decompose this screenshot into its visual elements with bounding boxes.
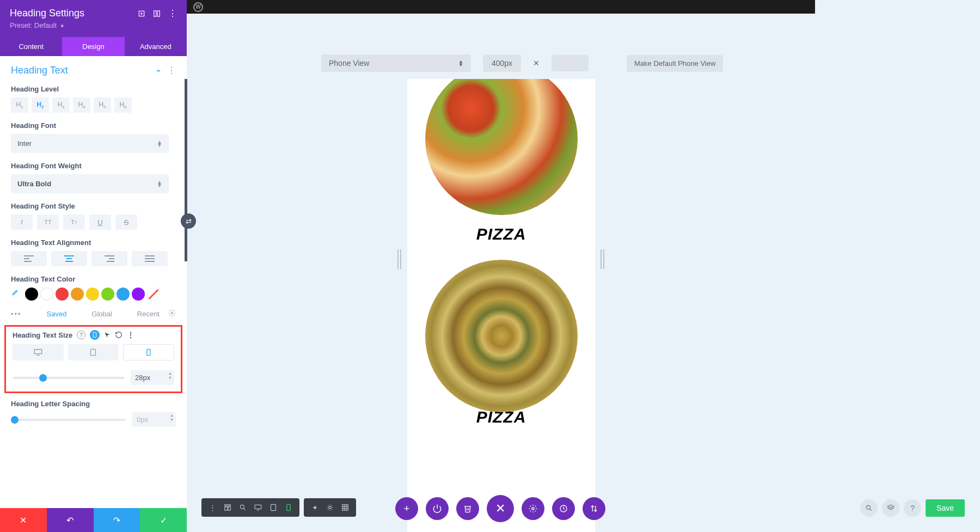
builder-circle-toolbar: + ✕ xyxy=(395,495,605,522)
heading-font-label: Heading Font xyxy=(11,121,176,130)
search-button[interactable] xyxy=(860,499,878,517)
toolbar-grid[interactable] xyxy=(338,502,353,513)
heading-level-h5[interactable]: H5 xyxy=(94,97,111,113)
width-input[interactable]: 400px xyxy=(483,54,521,72)
section-heading-text[interactable]: Heading Text xyxy=(11,65,68,76)
kebab-icon[interactable]: ⋮ xyxy=(167,65,176,76)
stepper-icon[interactable]: ▲▼ xyxy=(168,371,172,380)
color-swatch-black[interactable] xyxy=(25,288,38,301)
undo-button[interactable]: ↶ xyxy=(47,508,94,532)
chevron-up-icon[interactable] xyxy=(155,68,162,74)
redo-button[interactable]: ↷ xyxy=(94,508,140,532)
align-justify[interactable] xyxy=(132,251,168,266)
align-left[interactable] xyxy=(11,251,47,266)
style-strikethrough[interactable]: S xyxy=(115,215,137,230)
color-tab-global[interactable]: Global xyxy=(91,310,112,318)
color-swatch-none[interactable] xyxy=(147,288,160,301)
heading-font-weight-select[interactable]: Ultra Bold ▲▼ xyxy=(11,174,169,193)
kebab-icon[interactable]: ⋮ xyxy=(127,331,134,339)
pizza-label-1[interactable]: PIZZA xyxy=(476,225,526,243)
help-icon[interactable]: ? xyxy=(77,331,85,339)
drag-icon[interactable] xyxy=(153,10,161,17)
heading-level-h2[interactable]: H2 xyxy=(32,97,49,113)
color-swatch-red[interactable] xyxy=(56,288,69,301)
align-right[interactable] xyxy=(91,251,127,266)
toolbar-phone[interactable] xyxy=(281,502,296,513)
color-swatch-white[interactable] xyxy=(40,288,53,301)
style-italic[interactable]: I xyxy=(11,215,33,230)
tab-content[interactable]: Content xyxy=(0,37,62,56)
svg-rect-3 xyxy=(157,10,160,16)
svg-line-38 xyxy=(328,509,328,510)
heading-level-h3[interactable]: H3 xyxy=(52,97,70,113)
heading-font-select[interactable]: Inter ▲▼ xyxy=(11,134,169,153)
layers-button[interactable] xyxy=(882,499,899,517)
text-size-input[interactable]: 28px ▲▼ xyxy=(131,370,174,385)
svg-point-31 xyxy=(329,506,332,509)
resize-handle-left[interactable] xyxy=(397,249,401,269)
toolbar-zoom[interactable] xyxy=(235,502,250,513)
align-center[interactable] xyxy=(51,251,87,266)
height-input[interactable] xyxy=(552,55,589,71)
svg-marker-54 xyxy=(887,505,894,508)
expand-icon[interactable] xyxy=(138,10,145,17)
stepper-icon[interactable]: ▲▼ xyxy=(170,413,174,422)
wordpress-logo[interactable]: W xyxy=(193,2,203,12)
color-swatch-orange[interactable] xyxy=(71,288,84,301)
trash-button[interactable] xyxy=(456,497,479,520)
heading-level-h1[interactable]: H1 xyxy=(11,97,28,113)
sidebar-header: Heading Settings ⋮ Preset: Default ▼ xyxy=(0,0,187,37)
tab-advanced[interactable]: Advanced xyxy=(125,37,187,56)
pointer-icon[interactable] xyxy=(104,332,111,338)
add-button[interactable]: + xyxy=(395,497,418,520)
style-smallcaps[interactable]: TT xyxy=(63,215,85,230)
toolbar-wireframe[interactable] xyxy=(220,502,235,513)
editor-top-bar: Phone View ▲▼ 400px ✕ Make Default Phone… xyxy=(321,54,723,72)
device-phone[interactable] xyxy=(123,344,174,360)
discard-button[interactable]: ✕ xyxy=(0,508,47,532)
text-size-slider[interactable] xyxy=(13,377,124,379)
color-swatch-yellow[interactable] xyxy=(86,288,99,301)
view-select[interactable]: Phone View ▲▼ xyxy=(321,54,471,72)
save-button[interactable]: Save xyxy=(926,499,965,517)
color-tab-saved[interactable]: Saved xyxy=(47,310,67,318)
more-icon[interactable]: ••• xyxy=(11,310,22,318)
panel-collapse-handle[interactable]: ⇄ xyxy=(181,213,196,229)
reset-icon[interactable] xyxy=(115,331,122,339)
close-builder-button[interactable]: ✕ xyxy=(487,495,514,522)
toolbar-tablet[interactable] xyxy=(266,502,281,513)
heading-level-h4[interactable]: H4 xyxy=(73,97,90,113)
help-button[interactable]: ? xyxy=(904,499,921,517)
make-default-button[interactable]: Make Default Phone View xyxy=(627,55,723,72)
history-button[interactable] xyxy=(552,497,575,520)
style-underline[interactable]: U xyxy=(89,215,111,230)
tab-design[interactable]: Design xyxy=(62,37,124,56)
phone-responsive-icon[interactable] xyxy=(90,330,100,340)
letter-spacing-slider[interactable] xyxy=(11,419,126,421)
color-swatch-purple[interactable] xyxy=(132,288,145,301)
toolbar-menu[interactable]: ⋮ xyxy=(205,502,220,513)
svg-line-39 xyxy=(332,505,332,506)
toolbar-brightness[interactable] xyxy=(322,502,338,513)
preset-selector[interactable]: Preset: Default ▼ xyxy=(10,21,177,29)
resize-handle-right[interactable] xyxy=(601,249,604,269)
gear-button[interactable] xyxy=(522,497,544,520)
confirm-button[interactable]: ✓ xyxy=(140,508,187,532)
device-tablet[interactable] xyxy=(68,344,119,360)
kebab-icon[interactable]: ⋮ xyxy=(168,8,177,19)
gear-icon[interactable] xyxy=(168,309,176,319)
device-desktop[interactable] xyxy=(13,344,64,360)
eyedropper-icon[interactable] xyxy=(11,289,20,299)
sort-button[interactable] xyxy=(583,497,605,520)
toolbar-wand[interactable]: ✦ xyxy=(307,502,322,513)
svg-rect-22 xyxy=(225,505,231,506)
toolbar-desktop[interactable] xyxy=(250,502,266,513)
heading-level-h6[interactable]: H6 xyxy=(114,97,132,113)
color-tab-recent[interactable]: Recent xyxy=(137,310,160,318)
letter-spacing-input[interactable]: 0px ▲▼ xyxy=(132,412,176,427)
style-uppercase[interactable]: TT xyxy=(37,215,59,230)
power-button[interactable] xyxy=(426,497,449,520)
scroll-track[interactable] xyxy=(185,79,187,261)
color-swatch-blue[interactable] xyxy=(117,288,130,301)
color-swatch-green[interactable] xyxy=(101,288,114,301)
